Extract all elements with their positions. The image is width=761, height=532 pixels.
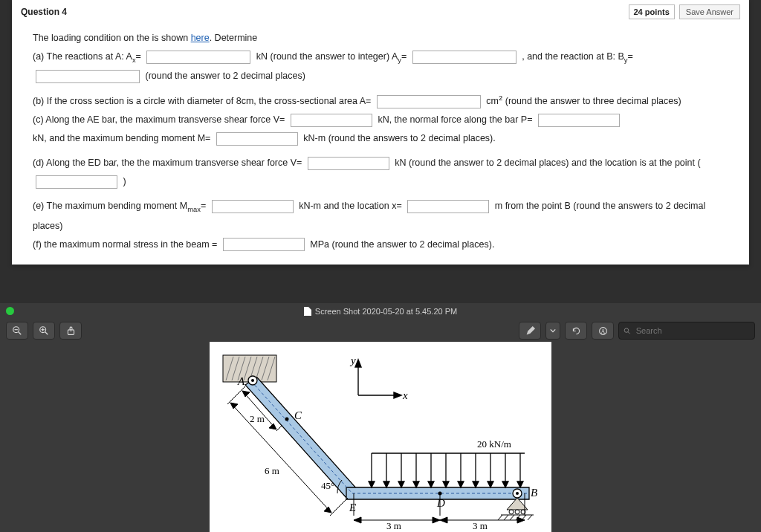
label-D: D	[436, 497, 445, 509]
svg-point-33	[516, 492, 519, 495]
svg-point-36	[515, 510, 519, 514]
viewer-toolbar: A	[0, 319, 761, 342]
svg-marker-64	[488, 481, 493, 487]
svg-marker-54	[413, 481, 419, 487]
viewer-canvas: A C E D	[0, 342, 761, 532]
svg-line-4	[45, 332, 48, 335]
input-d-point[interactable]	[36, 175, 117, 189]
search-icon	[624, 327, 631, 335]
part-d: (d) Along the ED bar, the the maximum tr…	[33, 154, 728, 191]
zoom-in-icon	[39, 325, 49, 336]
svg-marker-79	[230, 403, 238, 409]
question-card: Question 4 24 points Save Answer The loa…	[12, 0, 749, 265]
svg-marker-60	[458, 481, 464, 487]
zoom-out-button[interactable]	[6, 322, 28, 340]
input-c-p[interactable]	[538, 114, 620, 127]
svg-point-27	[251, 379, 254, 382]
info-button[interactable]: A	[592, 322, 614, 340]
part-f: (f) the maximum normal stress in the bea…	[33, 236, 728, 254]
svg-line-44	[528, 515, 532, 520]
svg-line-1	[19, 332, 22, 335]
input-e-x[interactable]	[407, 200, 489, 213]
svg-marker-87	[440, 517, 447, 523]
label-y: y	[349, 354, 356, 366]
viewer-titlebar: Screen Shot 2020-05-20 at 5.45.20 PM	[0, 303, 761, 319]
here-link[interactable]: here	[191, 33, 210, 43]
svg-marker-52	[398, 481, 404, 487]
question-body: The loading condition on the is shown he…	[12, 23, 749, 265]
label-6m: 6 m	[265, 465, 279, 476]
rotate-button[interactable]	[565, 322, 587, 340]
svg-point-11	[624, 328, 629, 332]
part-b: (b) If the cross section is a circle wit…	[33, 91, 728, 111]
svg-line-77	[276, 425, 282, 431]
svg-line-81	[227, 386, 245, 404]
label-3m-a: 3 m	[386, 520, 401, 531]
share-button[interactable]	[59, 322, 82, 340]
part-c: (c) Along the AE bar, the maximum transv…	[33, 111, 728, 148]
markup-button[interactable]	[519, 322, 541, 340]
label-B: B	[531, 487, 537, 499]
input-c-v[interactable]	[291, 114, 372, 127]
question-intro: The loading condition on the is shown he…	[33, 29, 728, 48]
points-badge: 24 points	[629, 4, 675, 19]
svg-marker-50	[383, 481, 389, 487]
label-x: x	[402, 389, 408, 401]
question-number: Question 4	[21, 7, 67, 17]
svg-marker-56	[428, 481, 434, 487]
label-3m-b: 3 m	[473, 520, 488, 531]
input-ay[interactable]	[412, 51, 516, 64]
svg-marker-84	[354, 517, 361, 523]
svg-marker-75	[269, 424, 276, 429]
input-by[interactable]	[36, 70, 140, 83]
svg-marker-48	[369, 481, 375, 487]
svg-marker-85	[433, 517, 440, 523]
svg-marker-72	[394, 392, 401, 398]
svg-line-39	[498, 515, 502, 520]
svg-text:A: A	[600, 328, 605, 334]
share-icon	[66, 326, 76, 336]
input-mmax[interactable]	[212, 200, 294, 213]
search-box[interactable]	[618, 322, 755, 340]
input-d-v[interactable]	[308, 157, 389, 170]
part-a: (a) The reactions at A: Ax= kN (round th…	[33, 48, 728, 85]
svg-line-12	[628, 331, 629, 333]
svg-line-82	[330, 498, 348, 516]
svg-marker-62	[473, 481, 479, 487]
question-header: Question 4 24 points Save Answer	[12, 0, 749, 23]
rotate-icon	[571, 326, 581, 336]
label-2m: 2 m	[250, 413, 265, 424]
info-icon: A	[598, 326, 608, 336]
window-traffic-lights[interactable]	[6, 307, 14, 315]
svg-marker-68	[517, 481, 523, 487]
label-load: 20 kN/m	[477, 438, 511, 450]
svg-marker-74	[242, 391, 250, 397]
svg-point-28	[285, 418, 289, 421]
input-ax[interactable]	[146, 51, 250, 64]
input-stress[interactable]	[223, 238, 305, 251]
beam-diagram: A C E D	[210, 342, 551, 532]
svg-marker-70	[355, 360, 361, 367]
pencil-icon	[525, 326, 535, 336]
zoom-in-button[interactable]	[33, 322, 55, 340]
label-C: C	[294, 409, 302, 421]
zoom-out-icon	[12, 325, 22, 336]
input-c-m[interactable]	[216, 132, 298, 146]
svg-line-41	[510, 515, 514, 520]
svg-marker-58	[443, 481, 449, 487]
image-viewer-window: Screen Shot 2020-05-20 at 5.45.20 PM A	[0, 303, 761, 532]
label-angle: 45°	[321, 480, 334, 491]
svg-marker-80	[324, 507, 331, 513]
part-e: (e) The maximum bending moment Mmax= kN-…	[33, 197, 728, 235]
svg-point-35	[509, 510, 514, 514]
svg-marker-66	[502, 481, 508, 487]
label-A: A	[237, 375, 245, 387]
viewer-title: Screen Shot 2020-05-20 at 5.45.20 PM	[315, 307, 457, 316]
input-area[interactable]	[377, 95, 481, 108]
label-E: E	[349, 502, 356, 513]
search-input[interactable]	[635, 325, 750, 336]
traffic-green[interactable]	[6, 307, 14, 315]
markup-dropdown[interactable]	[545, 322, 560, 340]
save-answer-button[interactable]: Save Answer	[679, 4, 740, 19]
header-right: 24 points Save Answer	[629, 4, 741, 19]
